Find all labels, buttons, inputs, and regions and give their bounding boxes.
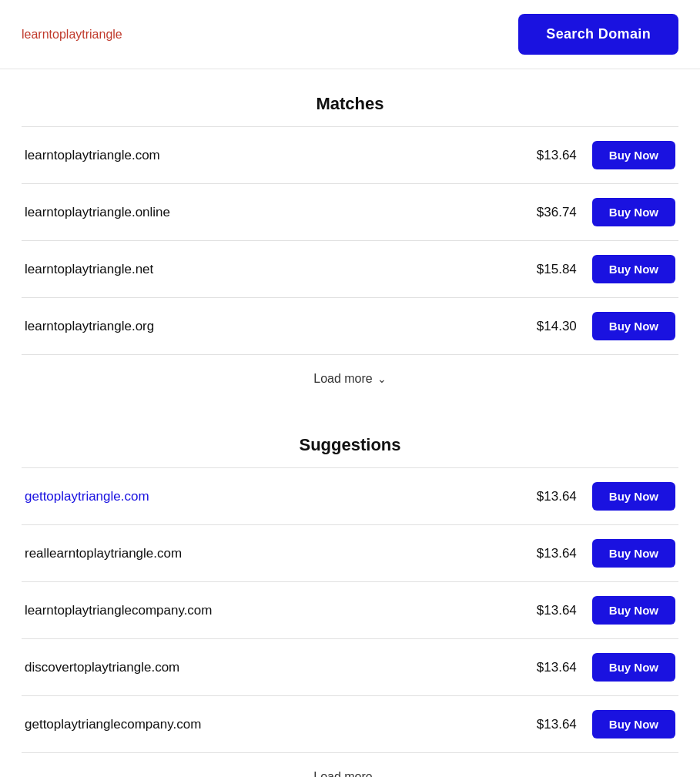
domain-name: gettoplaytrianglecompany.com <box>25 717 523 732</box>
buy-now-button[interactable]: Buy Now <box>592 710 675 738</box>
matches-section-title: Matches <box>22 94 678 114</box>
chevron-down-icon: ⌄ <box>377 373 387 385</box>
matches-load-more-button[interactable]: Load more ⌄ <box>313 372 387 386</box>
main-content: Matches learntoplaytriangle.com $13.64 B… <box>0 94 700 777</box>
suggestions-load-more-label: Load more <box>313 770 373 777</box>
matches-row: learntoplaytriangle.com $13.64 Buy Now <box>22 126 678 184</box>
buy-now-button[interactable]: Buy Now <box>592 539 675 568</box>
domain-name: gettoplaytriangle.com <box>25 489 523 504</box>
domain-name: learntoplaytriangle.org <box>25 319 523 334</box>
suggestions-section-title: Suggestions <box>22 435 678 455</box>
domain-name: learntoplaytriangle.online <box>25 205 523 220</box>
suggestions-load-more-container: Load more ⌄ <box>22 753 678 777</box>
buy-now-button[interactable]: Buy Now <box>592 255 675 283</box>
domain-name: learntoplaytriangle.com <box>25 148 523 163</box>
matches-load-more-label: Load more <box>313 372 373 386</box>
buy-now-button[interactable]: Buy Now <box>592 653 675 682</box>
domain-price: $13.64 <box>523 660 577 675</box>
matches-row: learntoplaytriangle.org $14.30 Buy Now <box>22 298 678 355</box>
domain-name: discovertoplaytriangle.com <box>25 660 523 675</box>
suggestions-row: learntoplaytrianglecompany.com $13.64 Bu… <box>22 582 678 639</box>
domain-price: $14.30 <box>523 319 577 334</box>
domain-price: $13.64 <box>523 717 577 732</box>
domain-name: reallearntoplaytriangle.com <box>25 546 523 561</box>
suggestions-load-more-button[interactable]: Load more ⌄ <box>313 770 387 777</box>
buy-now-button[interactable]: Buy Now <box>592 312 675 340</box>
chevron-down-icon-2: ⌄ <box>377 771 387 777</box>
search-button[interactable]: Search Domain <box>518 14 678 55</box>
suggestions-row: gettoplaytriangle.com $13.64 Buy Now <box>22 467 678 525</box>
domain-name: learntoplaytriangle.net <box>25 262 523 277</box>
domain-price: $13.64 <box>523 489 577 504</box>
matches-load-more-container: Load more ⌄ <box>22 355 678 410</box>
buy-now-button[interactable]: Buy Now <box>592 596 675 625</box>
domain-price: $13.64 <box>523 546 577 561</box>
search-input[interactable] <box>22 28 330 42</box>
domain-price: $13.64 <box>523 603 577 618</box>
suggestions-row: gettoplaytrianglecompany.com $13.64 Buy … <box>22 696 678 753</box>
buy-now-button[interactable]: Buy Now <box>592 198 675 226</box>
suggestions-list: gettoplaytriangle.com $13.64 Buy Now rea… <box>22 467 678 753</box>
domain-price: $36.74 <box>523 205 577 220</box>
suggestions-row: reallearntoplaytriangle.com $13.64 Buy N… <box>22 525 678 582</box>
matches-row: learntoplaytriangle.online $36.74 Buy No… <box>22 184 678 241</box>
buy-now-button[interactable]: Buy Now <box>592 482 675 511</box>
domain-price: $15.84 <box>523 262 577 277</box>
buy-now-button[interactable]: Buy Now <box>592 141 675 169</box>
header: Search Domain <box>0 0 700 69</box>
suggestions-row: discovertoplaytriangle.com $13.64 Buy No… <box>22 639 678 696</box>
matches-row: learntoplaytriangle.net $15.84 Buy Now <box>22 241 678 298</box>
matches-list: learntoplaytriangle.com $13.64 Buy Now l… <box>22 126 678 355</box>
domain-name: learntoplaytrianglecompany.com <box>25 603 523 618</box>
domain-price: $13.64 <box>523 148 577 163</box>
